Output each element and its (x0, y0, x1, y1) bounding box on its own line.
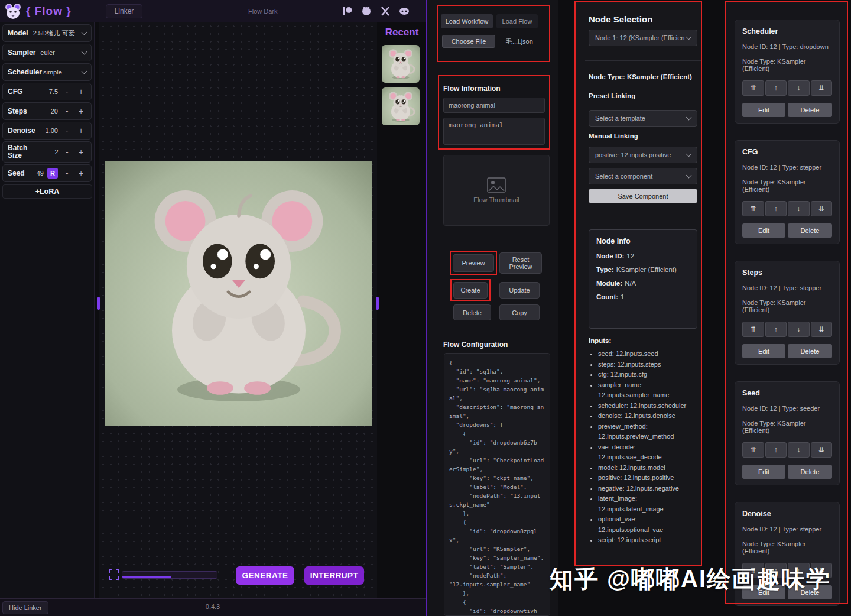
cfg-increment-button[interactable]: + (76, 86, 86, 98)
edit-component-button[interactable]: Edit (742, 344, 785, 358)
move-top-button[interactable]: ⇈ (742, 80, 764, 96)
sampler-dropdown[interactable]: Sampler euler (2, 44, 92, 61)
linker-footer: Hide Linker 0.4.3 (0, 598, 427, 616)
right-resize-handle[interactable] (376, 297, 379, 310)
randomize-seed-button[interactable]: R (47, 168, 58, 179)
linker-sidebar: Model 2.5D绪儿-可爱 Sampler euler Scheduler … (0, 22, 95, 598)
model-dropdown[interactable]: Model 2.5D绪儿-可爱 (2, 24, 92, 42)
delete-component-button[interactable]: Delete (788, 103, 832, 117)
preview-button[interactable]: Preview (453, 254, 494, 272)
edit-component-button[interactable]: Edit (742, 223, 785, 238)
cfg-decrement-button[interactable]: - (61, 86, 72, 98)
fullscreen-icon[interactable] (108, 569, 120, 581)
hide-linker-button[interactable]: Hide Linker (2, 601, 48, 614)
recent-thumbnail[interactable] (382, 45, 420, 83)
move-up-button[interactable]: ↑ (765, 322, 787, 337)
preset-linking-label: Preset Linking (589, 92, 635, 99)
move-bottom-button[interactable]: ⇊ (811, 80, 833, 96)
move-down-button[interactable]: ↓ (788, 442, 810, 458)
delete-component-button[interactable]: Delete (788, 465, 832, 479)
tab-load-workflow[interactable]: Load Workflow (441, 14, 493, 28)
move-bottom-button[interactable]: ⇊ (811, 442, 833, 458)
add-lora-button[interactable]: +LoRA (2, 184, 92, 199)
move-top-button[interactable]: ⇈ (742, 442, 764, 458)
patreon-icon[interactable] (342, 5, 353, 17)
denoise-stepper: Denoise 1.00 - + (2, 122, 92, 140)
component-type-line: Node Type: KSampler (Efficient) (742, 58, 832, 72)
create-button[interactable]: Create (453, 282, 488, 299)
move-buttons-row: ⇈ ↑ ↓ ⇊ (742, 201, 832, 216)
github-icon[interactable] (360, 5, 372, 17)
link-select-dropdown[interactable]: positive: 12.inputs.positive (589, 147, 697, 163)
move-top-button[interactable]: ⇈ (742, 322, 764, 337)
save-component-button[interactable]: Save Component (589, 189, 697, 203)
discord-icon[interactable] (398, 5, 410, 17)
seed-value: 49 (32, 170, 44, 177)
delete-component-button[interactable]: Delete (788, 344, 832, 358)
copy-button[interactable]: Copy (499, 304, 540, 320)
version-label: 0.4.3 (189, 603, 236, 610)
delete-component-button[interactable]: Delete (788, 223, 832, 238)
x-icon[interactable] (379, 5, 391, 17)
generate-button[interactable]: GENERATE (236, 566, 294, 585)
node-input-item: positive: 12.inputs.positive (598, 473, 699, 484)
batch-size-value: 2 (38, 148, 59, 155)
denoise-decrement-button[interactable]: - (61, 125, 72, 137)
node-select-dropdown[interactable]: Node 1: 12 (KSampler (Efficien (589, 30, 697, 46)
flow-thumbnail-label: Flow Thumbnail (473, 196, 519, 203)
node-input-item: negative: 12.inputs.negative (598, 484, 699, 494)
steps-stepper: Steps 20 - + (2, 102, 92, 120)
steps-increment-button[interactable]: + (76, 105, 86, 117)
generated-image[interactable] (105, 161, 372, 426)
node-input-item: seed: 12.inputs.seed (598, 349, 699, 359)
steps-decrement-button[interactable]: - (61, 105, 72, 117)
flow-description-input[interactable]: maorong animal (443, 118, 545, 145)
seed-decrement-button[interactable]: - (61, 167, 72, 179)
choose-file-button[interactable]: Choose File (442, 35, 495, 48)
move-bottom-button[interactable]: ⇊ (811, 201, 833, 216)
recent-thumbnail[interactable] (382, 87, 420, 125)
batch-increment-button[interactable]: + (76, 146, 86, 158)
seed-control: Seed 49 R - + (2, 164, 92, 182)
component-type-line: Node Type: KSampler (Efficient) (742, 420, 832, 434)
left-resize-handle[interactable] (97, 297, 100, 310)
move-down-button[interactable]: ↓ (788, 322, 810, 337)
node-info-label: Type: (596, 266, 614, 273)
move-buttons-row: ⇈ ↑ ↓ ⇊ (742, 322, 832, 337)
chevron-down-icon (686, 172, 692, 178)
node-inputs-list: seed: 12.inputs.seed steps: 12.inputs.st… (589, 349, 699, 546)
denoise-increment-button[interactable]: + (76, 125, 86, 137)
image-icon (487, 177, 506, 193)
delete-button[interactable]: Delete (453, 304, 491, 320)
template-select-dropdown[interactable]: Select a template (589, 110, 697, 127)
move-down-button[interactable]: ↓ (788, 201, 810, 216)
node-info-row: Module:N/A (596, 280, 690, 287)
move-down-button[interactable]: ↓ (788, 80, 810, 96)
reset-preview-button[interactable]: Reset Preview (499, 252, 542, 274)
update-button[interactable]: Update (499, 282, 540, 299)
move-up-button[interactable]: ↑ (765, 201, 787, 216)
component-id-line: Node ID: 12 | Type: stepper (742, 284, 832, 291)
node-info-box: Node Info Node ID:12 Type:KSampler (Effi… (589, 229, 697, 329)
tab-load-flow[interactable]: Load Flow (496, 14, 538, 28)
scheduler-value: simple (43, 69, 82, 76)
move-top-button[interactable]: ⇈ (742, 201, 764, 216)
batch-decrement-button[interactable]: - (62, 146, 73, 158)
steps-value: 20 (38, 108, 58, 115)
edit-component-button[interactable]: Edit (742, 465, 785, 479)
component-select-dropdown[interactable]: Select a component (589, 168, 697, 184)
move-bottom-button[interactable]: ⇊ (811, 322, 833, 337)
edit-component-button[interactable]: Edit (742, 103, 785, 117)
node-input-item: model: 12.inputs.model (598, 463, 699, 474)
tab-linker[interactable]: Linker (106, 4, 143, 18)
seed-increment-button[interactable]: + (76, 167, 86, 179)
move-up-button[interactable]: ↑ (765, 80, 787, 96)
move-up-button[interactable]: ↑ (765, 442, 787, 458)
flow-name-input[interactable] (443, 98, 545, 113)
node-input-item: script: 12.inputs.script (598, 535, 699, 546)
chevron-down-icon (82, 29, 87, 35)
interrupt-button[interactable]: INTERRUPT (304, 566, 364, 585)
component-title: Seed (742, 389, 832, 397)
scheduler-dropdown[interactable]: Scheduler simple (2, 63, 92, 81)
component-title: CFG (742, 148, 832, 156)
